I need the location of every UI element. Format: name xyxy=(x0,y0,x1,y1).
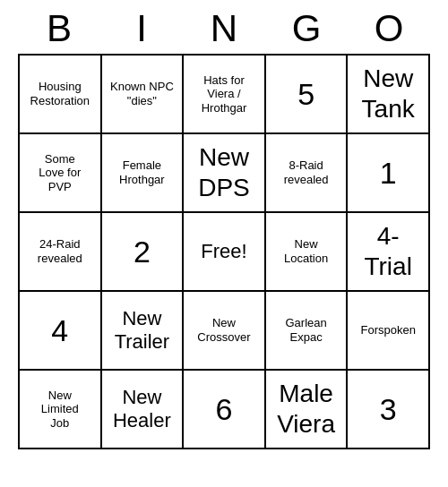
bingo-cell-23[interactable]: MaleViera xyxy=(266,371,349,449)
bingo-cell-11[interactable]: 2 xyxy=(102,213,185,292)
bingo-cell-9[interactable]: 1 xyxy=(348,134,430,213)
letter-b: B xyxy=(22,7,97,50)
bingo-cell-12[interactable]: Free! xyxy=(184,213,266,292)
bingo-cell-17[interactable]: NewCrossover xyxy=(184,292,266,371)
bingo-cell-19[interactable]: Forspoken xyxy=(348,292,430,371)
bingo-header: B I N G O xyxy=(18,0,430,54)
bingo-cell-24[interactable]: 3 xyxy=(348,371,430,449)
bingo-cell-15[interactable]: 4 xyxy=(20,292,102,371)
bingo-cell-5[interactable]: SomeLove forPVP xyxy=(20,134,102,213)
bingo-cell-7[interactable]: NewDPS xyxy=(184,134,266,213)
letter-n: N xyxy=(186,7,262,50)
letter-o: O xyxy=(351,7,426,50)
bingo-cell-2[interactable]: Hats forViera /Hrothgar xyxy=(184,56,266,134)
bingo-cell-13[interactable]: NewLocation xyxy=(266,213,349,292)
bingo-cell-10[interactable]: 24-Raidrevealed xyxy=(20,213,102,292)
bingo-cell-8[interactable]: 8-Raidrevealed xyxy=(266,134,349,213)
bingo-cell-22[interactable]: 6 xyxy=(184,371,266,449)
bingo-cell-16[interactable]: NewTrailer xyxy=(102,292,185,371)
bingo-cell-20[interactable]: NewLimitedJob xyxy=(20,371,102,449)
letter-g: G xyxy=(269,7,344,50)
bingo-cell-1[interactable]: Known NPC"dies" xyxy=(102,56,185,134)
bingo-cell-14[interactable]: 4-Trial xyxy=(348,213,430,292)
bingo-cell-4[interactable]: NewTank xyxy=(348,56,430,134)
bingo-cell-0[interactable]: HousingRestoration xyxy=(20,56,102,134)
bingo-cell-6[interactable]: FemaleHrothgar xyxy=(102,134,185,213)
bingo-grid: HousingRestorationKnown NPC"dies"Hats fo… xyxy=(18,54,430,449)
letter-i: I xyxy=(104,7,179,50)
bingo-cell-18[interactable]: GarleanExpac xyxy=(266,292,349,371)
bingo-cell-21[interactable]: NewHealer xyxy=(102,371,185,449)
bingo-cell-3[interactable]: 5 xyxy=(266,56,349,134)
